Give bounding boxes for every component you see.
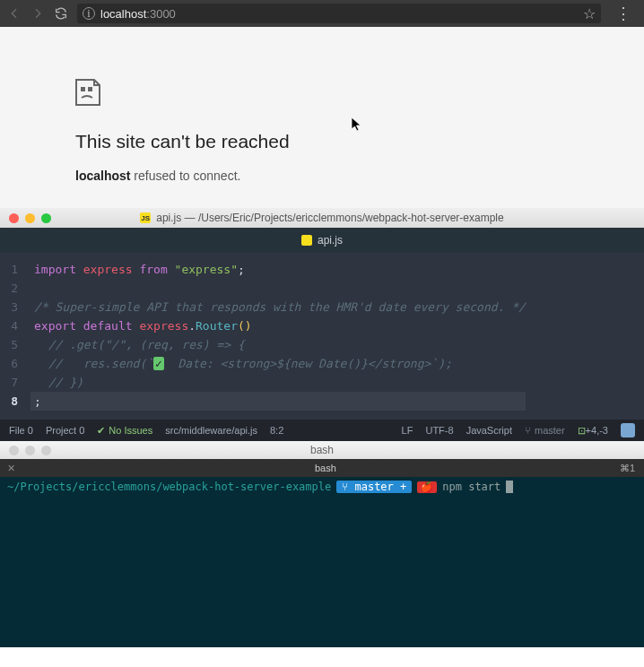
maximize-window-icon[interactable] bbox=[41, 213, 51, 223]
terminal-titlebar: bash bbox=[0, 441, 644, 459]
minimize-window-icon[interactable] bbox=[25, 446, 35, 455]
editor-titlebar: JS api.js — /Users/Eric/Projects/ericcle… bbox=[0, 208, 644, 228]
git-branch-badge: ⑂ master + bbox=[336, 481, 412, 493]
window-controls bbox=[0, 213, 60, 223]
project-count[interactable]: Project 0 bbox=[46, 425, 84, 436]
code-editor[interactable]: 1 2 3 4 5 6 7 8 import express from "exp… bbox=[0, 253, 644, 420]
terminal-cursor bbox=[506, 481, 513, 493]
terminal-tab[interactable]: bash bbox=[22, 463, 611, 473]
error-title: This site can't be reached bbox=[75, 131, 569, 152]
tab-api-js[interactable]: api.js bbox=[301, 234, 343, 247]
terminal-tab-bar: ✕ bash ⌘1 bbox=[0, 459, 644, 477]
terminal-title: bash bbox=[0, 444, 644, 456]
lint-status[interactable]: ✔No Issues bbox=[97, 425, 152, 437]
check-icon: ✓ bbox=[153, 357, 164, 370]
site-info-icon[interactable]: i bbox=[83, 7, 95, 20]
forward-button[interactable] bbox=[30, 6, 45, 21]
editor-status-bar: File 0 Project 0 ✔No Issues src/middlewa… bbox=[0, 420, 644, 441]
git-branch[interactable]: ⑂ master bbox=[525, 425, 565, 436]
back-button[interactable] bbox=[7, 6, 22, 21]
address-bar[interactable]: i localhost:3000 ☆ bbox=[77, 4, 601, 23]
tab-shortcut: ⌘1 bbox=[611, 463, 644, 474]
js-file-icon bbox=[301, 235, 312, 246]
url-text: localhost:3000 bbox=[100, 7, 578, 21]
reload-button[interactable] bbox=[54, 6, 68, 21]
browser-menu-icon[interactable]: ⋮ bbox=[610, 4, 637, 23]
close-window-icon[interactable] bbox=[9, 213, 19, 223]
error-message: localhost refused to connect. bbox=[75, 169, 569, 183]
code-content[interactable]: import express from "express"; /* Super-… bbox=[34, 260, 526, 412]
minimize-window-icon[interactable] bbox=[25, 213, 35, 223]
github-icon[interactable] bbox=[621, 423, 635, 437]
terminal[interactable]: ~/Projects/ericclemmons/webpack-hot-serv… bbox=[0, 477, 644, 647]
window-title: JS api.js — /Users/Eric/Projects/ericcle… bbox=[0, 212, 644, 224]
cursor-position[interactable]: 8:2 bbox=[270, 425, 283, 436]
command-text: npm start bbox=[442, 481, 500, 493]
prompt-line: ~/Projects/ericclemmons/webpack-hot-serv… bbox=[7, 481, 637, 493]
close-tab-icon[interactable]: ✕ bbox=[0, 463, 22, 474]
sad-page-icon bbox=[75, 79, 569, 109]
browser-toolbar: i localhost:3000 ☆ ⋮ bbox=[0, 0, 644, 27]
close-window-icon[interactable] bbox=[9, 446, 19, 455]
line-ending[interactable]: LF bbox=[402, 425, 413, 436]
svg-rect-1 bbox=[89, 88, 91, 91]
cwd: ~/Projects/ericclemmons/webpack-hot-serv… bbox=[7, 481, 331, 493]
git-diff[interactable]: ⊡+4,-3 bbox=[578, 425, 608, 437]
editor-tab-bar: api.js bbox=[0, 228, 644, 253]
tab-label: api.js bbox=[318, 234, 343, 247]
line-gutter: 1 2 3 4 5 6 7 8 bbox=[0, 260, 34, 412]
svg-rect-0 bbox=[82, 88, 84, 91]
file-path[interactable]: src/middleware/api.js bbox=[165, 425, 257, 436]
error-page: This site can't be reached localhost ref… bbox=[0, 27, 644, 208]
file-count[interactable]: File 0 bbox=[9, 425, 33, 436]
js-file-icon: JS bbox=[140, 212, 151, 223]
maximize-window-icon[interactable] bbox=[41, 446, 51, 455]
apple-icon: 🍎 bbox=[417, 481, 437, 493]
encoding[interactable]: UTF-8 bbox=[425, 425, 453, 436]
bookmark-icon[interactable]: ☆ bbox=[583, 5, 596, 22]
language-mode[interactable]: JavaScript bbox=[466, 425, 512, 436]
